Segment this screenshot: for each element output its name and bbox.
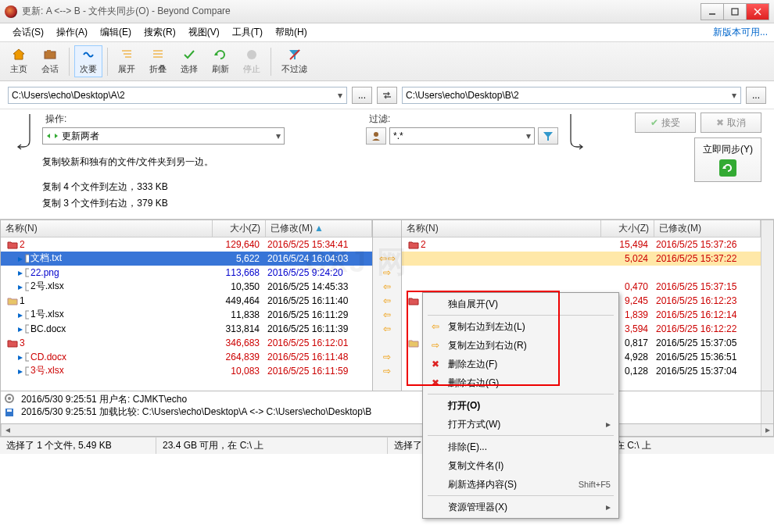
minor-button[interactable]: 次要 xyxy=(74,45,102,77)
svg-point-30 xyxy=(8,397,11,400)
menu-edit[interactable]: 编辑(E) xyxy=(94,23,138,41)
sync-icon xyxy=(719,159,736,177)
right-browse-button[interactable]: ... xyxy=(746,87,766,104)
mid-arrow xyxy=(373,237,401,252)
x-icon: ✖ xyxy=(428,359,443,370)
svg-point-14 xyxy=(247,50,256,59)
refresh-button[interactable]: 刷新 xyxy=(206,45,235,77)
toolbar: 主页 会话 次要 展开 折叠 选择 刷新 停止 不过滤 xyxy=(0,42,774,81)
svg-rect-23 xyxy=(26,269,29,277)
ctx-del-r[interactable]: ✖删除右边(G) xyxy=(425,373,617,392)
person-icon xyxy=(371,130,382,141)
x-icon: ✖ xyxy=(428,377,443,388)
svg-rect-1 xyxy=(732,9,738,15)
status-bar: 选择了 1 个文件, 5.49 KB 23.4 GB 可用，在 C:\ 上 选择… xyxy=(0,437,774,454)
col-size[interactable]: 大小(Z) xyxy=(601,220,654,237)
session-button[interactable]: 会话 xyxy=(36,45,64,77)
ctx-copy-lr[interactable]: ⇨复制左边到右边(R) xyxy=(425,336,617,355)
filter-label: 过滤: xyxy=(369,112,558,126)
expand-button[interactable]: 展开 xyxy=(113,45,141,77)
menu-help[interactable]: 帮助(H) xyxy=(269,23,314,41)
file-row[interactable]: ▸CD.docx264,8392016/5/25 16:11:48 xyxy=(1,350,372,364)
left-browse-button[interactable]: ... xyxy=(352,87,372,104)
filter-combo[interactable]: *.*▾ xyxy=(389,127,535,145)
action-label: 操作: xyxy=(45,112,285,126)
log-area: 2016/5/30 9:25:51 用户名: CJMKT\echo 2016/5… xyxy=(0,391,774,424)
file-row[interactable] xyxy=(402,266,761,280)
col-name[interactable]: 名称(N) xyxy=(1,220,213,237)
menu-view[interactable]: 视图(V) xyxy=(182,23,226,41)
nofilter-button[interactable]: 不过滤 xyxy=(276,45,313,77)
close-button[interactable] xyxy=(746,3,769,20)
menu-tools[interactable]: 工具(T) xyxy=(226,23,269,41)
save-icon[interactable] xyxy=(4,407,15,418)
ctx-open[interactable]: 打开(O) xyxy=(425,396,617,415)
filter-preset-button[interactable] xyxy=(366,127,386,145)
path-row: ▾ ... ▾ ... xyxy=(0,81,774,109)
ctx-open-with[interactable]: 打开方式(W)▸ xyxy=(425,415,617,434)
chevron-down-icon[interactable]: ▾ xyxy=(728,90,740,101)
file-row[interactable]: ▸3号.xlsx10,0832016/5/25 16:11:59 xyxy=(1,364,372,378)
scrollbar[interactable] xyxy=(761,220,773,391)
collapse-button[interactable]: 折叠 xyxy=(144,45,172,77)
select-button[interactable]: 选择 xyxy=(175,45,203,77)
minimize-button[interactable] xyxy=(701,3,724,20)
h-scrollbar[interactable]: ◂▸ xyxy=(0,424,774,437)
maximize-button[interactable] xyxy=(723,3,747,20)
ctx-copy-name[interactable]: 复制文件名(I) xyxy=(425,456,617,475)
cancel-button[interactable]: ✖取消 xyxy=(701,112,761,133)
col-name[interactable]: 名称(N) xyxy=(402,220,601,237)
gear-icon[interactable] xyxy=(4,393,15,404)
col-mod[interactable]: 已修改(M)▲ xyxy=(266,220,372,237)
svg-rect-22 xyxy=(26,255,29,262)
file-row[interactable]: ▸2号.xlsx10,3502016/5/25 14:45:33 xyxy=(1,280,372,294)
menu-actions[interactable]: 操作(A) xyxy=(50,23,94,41)
svg-marker-20 xyxy=(543,132,553,141)
filter-button[interactable] xyxy=(538,127,558,145)
desc-line: 复制 4 个文件到左边，333 KB xyxy=(42,179,285,196)
svg-marker-4 xyxy=(13,49,24,59)
file-row[interactable]: ▸1号.xlsx11,8382016/5/25 16:11:29 xyxy=(1,308,372,322)
sync-now-button[interactable]: 立即同步(Y) xyxy=(694,137,761,182)
file-row[interactable]: ▸BC.docx313,8142016/5/25 16:11:39 xyxy=(1,322,372,336)
left-pane: 名称(N) 大小(Z) 已修改(M)▲ 2129,6402016/5/25 15… xyxy=(0,220,373,391)
file-row[interactable]: 5,0242016/5/25 15:37:22 xyxy=(402,252,761,266)
file-row[interactable]: 2129,6402016/5/25 15:34:41 xyxy=(1,237,372,252)
action-combo[interactable]: 更新两者▾ xyxy=(42,127,285,145)
file-row[interactable]: 1449,4642016/5/25 16:11:40 xyxy=(1,294,372,308)
file-row[interactable]: 3346,6832016/5/25 16:12:01 xyxy=(1,336,372,350)
home-button[interactable]: 主页 xyxy=(5,45,33,77)
file-row[interactable]: 215,4942016/5/25 15:37:26 xyxy=(402,237,761,252)
file-row[interactable]: ▸文档.txt5,6222016/5/24 16:04:03 xyxy=(1,252,372,266)
sync-icon xyxy=(46,131,59,141)
accept-button[interactable]: ✔接受 xyxy=(635,112,696,133)
col-size[interactable]: 大小(Z) xyxy=(213,220,266,237)
file-row[interactable]: ▸22.png113,6682016/5/25 9:24:20 xyxy=(1,266,372,280)
menu-search[interactable]: 搜索(R) xyxy=(138,23,182,41)
svg-point-19 xyxy=(374,132,378,137)
new-version-link[interactable]: 新版本可用... xyxy=(713,26,768,39)
ctx-exclude[interactable]: 排除(E)... xyxy=(425,437,617,456)
window-title: 更新: A <--> B - 文件夹同步(O) - Beyond Compare xyxy=(22,5,701,18)
log-line: 2016/5/30 9:25:51 加载比较: C:\Users\echo\De… xyxy=(21,405,758,418)
mid-arrow: ⇨ xyxy=(373,266,401,280)
desc-line: 复制较新和独有的文件/文件夹到另一边。 xyxy=(42,154,285,171)
app-icon xyxy=(5,5,17,18)
swap-button[interactable] xyxy=(377,87,397,104)
right-path-input[interactable]: ▾ xyxy=(402,87,741,104)
ctx-isolate[interactable]: 独自展开(V) xyxy=(425,295,617,313)
scrollbar[interactable] xyxy=(761,391,773,423)
chevron-down-icon[interactable]: ▾ xyxy=(334,90,346,101)
mid-column: ⇦⇨⇨⇦⇦⇦⇦⇨⇨ xyxy=(373,220,401,391)
ctx-del-l[interactable]: ✖删除左边(F) xyxy=(425,355,617,373)
col-mod[interactable]: 已修改(M) xyxy=(654,220,761,237)
desc-line: 复制 3 个文件到右边，379 KB xyxy=(42,195,285,212)
menu-session[interactable]: 会话(S) xyxy=(6,23,50,41)
left-path-input[interactable]: ▾ xyxy=(8,87,347,104)
arrow-right-icon: ⇨ xyxy=(428,340,443,351)
ctx-explorer[interactable]: 资源管理器(X)▸ xyxy=(425,498,617,516)
options-area: 操作: 更新两者▾ 复制较新和独有的文件/文件夹到另一边。 复制 4 个文件到左… xyxy=(0,109,774,220)
stop-button: 停止 xyxy=(238,45,266,77)
ctx-copy-rl[interactable]: ⇦复制右边到左边(L) xyxy=(425,317,617,336)
ctx-refresh-sel[interactable]: 刷新选择内容(S)Shift+F5 xyxy=(425,475,617,494)
